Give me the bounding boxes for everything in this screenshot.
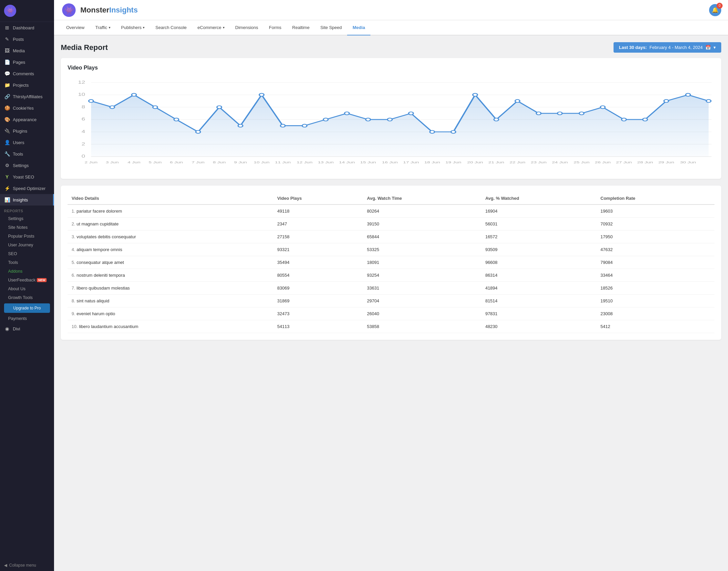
cell-video-details: 3.voluptates debitis consequatur	[68, 230, 273, 243]
svg-point-41	[600, 106, 605, 109]
cell-pct-watched: 16572	[481, 230, 596, 243]
sidebar-sub-item-userfeedback[interactable]: UserFeedback NEW	[0, 276, 54, 284]
svg-point-39	[557, 112, 562, 115]
tab-search-console[interactable]: Search Console	[150, 20, 192, 35]
sidebar-sub-item-tools[interactable]: Tools	[0, 258, 54, 267]
table-header: Video Details Video Plays Avg. Watch Tim…	[68, 192, 714, 205]
sidebar-sub-item-payments[interactable]: Payments	[0, 314, 54, 323]
logo-icon: 👾	[4, 5, 16, 17]
sidebar-item-pages[interactable]: 📄 Pages	[0, 56, 54, 68]
svg-point-34	[451, 130, 456, 133]
date-range-button[interactable]: Last 30 days: February 4 - March 4, 2024…	[614, 42, 721, 53]
sidebar-item-comments[interactable]: 💬 Comments	[0, 68, 54, 79]
table-row: 5.consequatur atque amet 35494 18091 966…	[68, 256, 714, 269]
video-name: aliquam tempore omnis	[77, 247, 122, 252]
tab-publishers[interactable]: Publishers ▾	[116, 20, 150, 35]
svg-text:3 Jun: 3 Jun	[106, 161, 119, 164]
cookieyes-icon: 🍪	[4, 105, 10, 111]
cell-video-details: 10.libero laudantium accusantium	[68, 320, 273, 333]
sidebar-item-media[interactable]: 🖼 Media	[0, 45, 54, 56]
tab-realtime[interactable]: Realtime	[287, 20, 315, 35]
sidebar-item-insights[interactable]: 📊 Insights	[0, 194, 54, 206]
comments-icon: 💬	[4, 71, 10, 76]
sidebar-item-users[interactable]: 👤 Users	[0, 137, 54, 148]
video-name: ut magnam cupiditate	[77, 221, 119, 226]
svg-point-26	[281, 124, 285, 127]
cell-completion: 23008	[596, 307, 714, 320]
sidebar-sub-item-addons[interactable]: Addons	[0, 267, 54, 276]
report-title: Media Report	[61, 43, 108, 52]
col-video-plays: Video Plays	[273, 192, 363, 205]
svg-text:7 Jun: 7 Jun	[192, 161, 205, 164]
svg-text:4 Jun: 4 Jun	[128, 161, 140, 164]
svg-text:29 Jun: 29 Jun	[658, 161, 674, 164]
sidebar-item-plugins[interactable]: 🔌 Plugins	[0, 125, 54, 137]
sidebar-item-settings[interactable]: ⚙ Settings	[0, 160, 54, 171]
calendar-icon: 📅	[705, 45, 711, 50]
speed-icon: ⚡	[4, 186, 10, 191]
cell-pct-watched: 48230	[481, 320, 596, 333]
sidebar-sub-item-popular-posts[interactable]: Popular Posts	[0, 232, 54, 241]
cell-watch-time: 39150	[363, 218, 481, 230]
sidebar-item-divi[interactable]: ◉ Divi	[0, 323, 54, 334]
sidebar-item-dashboard[interactable]: ⊞ Dashboard	[0, 22, 54, 33]
sidebar-sub-item-seo[interactable]: SEO	[0, 249, 54, 258]
tab-dimensions[interactable]: Dimensions	[230, 20, 264, 35]
tab-site-speed[interactable]: Site Speed	[315, 20, 347, 35]
cell-video-details: 1.pariatur facere dolorem	[68, 205, 273, 218]
sidebar-item-cookieyes[interactable]: 🍪 CookieYes	[0, 102, 54, 114]
notification-button[interactable]: 🔔 0	[709, 4, 721, 16]
video-name: pariatur facere dolorem	[77, 209, 122, 214]
collapse-menu-button[interactable]: ◀ Collapse menu	[0, 560, 54, 571]
brand-insights: Insights	[109, 6, 138, 14]
svg-text:9 Jun: 9 Jun	[234, 161, 247, 164]
tab-forms[interactable]: Forms	[264, 20, 287, 35]
svg-point-37	[515, 100, 520, 103]
sidebar-item-thirstyaffiliates[interactable]: 🔗 ThirstyAffiliates	[0, 91, 54, 102]
thirstyaffiliates-icon: 🔗	[4, 94, 10, 99]
tab-traffic[interactable]: Traffic ▾	[90, 20, 115, 35]
sidebar-item-projects[interactable]: 📁 Projects	[0, 79, 54, 91]
cell-pct-watched: 86314	[481, 269, 596, 282]
sidebar-sub-item-site-notes[interactable]: Site Notes	[0, 223, 54, 232]
tab-media[interactable]: Media	[347, 20, 370, 35]
svg-text:23 Jun: 23 Jun	[531, 161, 547, 164]
table-row: 1.pariatur facere dolorem 49118 80264 16…	[68, 205, 714, 218]
svg-text:28 Jun: 28 Jun	[637, 161, 653, 164]
cell-watch-time: 80264	[363, 205, 481, 218]
sidebar-item-posts[interactable]: ✎ Posts	[0, 33, 54, 45]
svg-point-43	[643, 118, 647, 121]
sidebar-item-tools[interactable]: 🔧 Tools	[0, 148, 54, 160]
row-number: 3.	[72, 234, 75, 239]
sidebar-sub-item-about-us[interactable]: About Us	[0, 284, 54, 293]
video-name: nostrum deleniti tempora	[77, 273, 125, 278]
cell-video-details: 5.consequatur atque amet	[68, 256, 273, 269]
chart-section: Video Plays 12 10 8 6 4 2	[61, 58, 721, 179]
table-row: 2.ut magnam cupiditate 2347 39150 56031 …	[68, 218, 714, 230]
sidebar-item-speed-optimizer[interactable]: ⚡ Speed Optimizer	[0, 183, 54, 194]
svg-point-20	[153, 106, 158, 109]
sidebar-item-yoast-seo[interactable]: Y Yoast SEO	[0, 171, 54, 183]
row-number: 4.	[72, 247, 75, 252]
video-table-section: Video Details Video Plays Avg. Watch Tim…	[61, 186, 721, 340]
upgrade-to-pro-button[interactable]: Upgrade to Pro	[4, 303, 50, 313]
date-range-value: February 4 - March 4, 2024	[649, 45, 703, 50]
svg-point-30	[366, 118, 370, 121]
sidebar-sub-item-settings[interactable]: Settings	[0, 214, 54, 223]
svg-point-31	[388, 118, 392, 121]
sidebar-sub-item-user-journey[interactable]: User Journey	[0, 241, 54, 249]
svg-text:6: 6	[82, 117, 85, 121]
video-name: libero laudantium accusantium	[79, 324, 138, 329]
svg-point-36	[494, 118, 499, 121]
svg-point-19	[132, 93, 136, 97]
cell-pct-watched: 81514	[481, 295, 596, 307]
sidebar-sub-item-growth-tools[interactable]: Growth Tools	[0, 293, 54, 302]
sidebar-item-appearance[interactable]: 🎨 Appearance	[0, 114, 54, 125]
row-number: 1.	[72, 209, 75, 214]
tab-overview[interactable]: Overview	[61, 20, 90, 35]
date-label: Last 30 days:	[619, 45, 647, 50]
tab-ecommerce[interactable]: eCommerce ▾	[192, 20, 230, 35]
svg-marker-16	[91, 95, 709, 157]
cell-completion: 79084	[596, 256, 714, 269]
svg-point-33	[430, 130, 435, 133]
